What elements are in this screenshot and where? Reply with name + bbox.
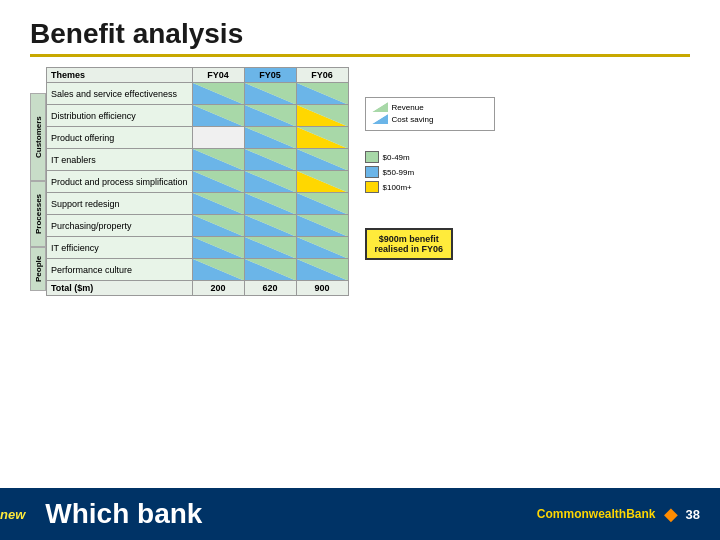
- col-fy04: FY04: [192, 68, 244, 83]
- size-high-rect: [365, 181, 379, 193]
- revenue-label: Revenue: [392, 103, 424, 112]
- table-row: Distribution efficiency: [47, 105, 349, 127]
- title-underline: [30, 54, 690, 57]
- benefit-table: Themes FY04 FY05 FY06 Sales and service …: [46, 67, 349, 296]
- logo-new: new: [0, 507, 25, 522]
- table-row: IT enablers: [47, 149, 349, 171]
- legend-box: Revenue Cost saving: [365, 97, 495, 131]
- benefit-callout: $900m benefitrealised in FY06: [365, 228, 454, 260]
- callout-text: $900m benefitrealised in FY06: [375, 234, 444, 254]
- size-low-label: $0-49m: [383, 153, 410, 162]
- revenue-legend: Revenue: [372, 102, 488, 112]
- size-med-label: $50-99m: [383, 168, 415, 177]
- revenue-icon: [372, 102, 388, 112]
- size-med-rect: [365, 166, 379, 178]
- size-legend: $0-49m $50-99m $100m+: [365, 151, 495, 196]
- commonwealth-text: CommonwealthBank: [537, 507, 656, 521]
- size-med: $50-99m: [365, 166, 495, 178]
- size-high-label: $100m+: [383, 183, 412, 192]
- table-row: Product and process simplification: [47, 171, 349, 193]
- table-row: Performance culture: [47, 259, 349, 281]
- callout-area: $900m benefitrealised in FY06: [365, 224, 495, 260]
- col-themes: Themes: [47, 68, 193, 83]
- size-low-rect: [365, 151, 379, 163]
- benefit-table-wrapper: Customers Processes People Themes FY04 F…: [30, 67, 349, 296]
- table-row: Support redesign: [47, 193, 349, 215]
- bottom-bar: new Which bank CommonwealthBank ◆ 38: [0, 488, 720, 540]
- col-fy05: FY05: [244, 68, 296, 83]
- table-row: Sales and service effectiveness: [47, 83, 349, 105]
- group-people: People: [30, 247, 46, 291]
- bottom-right: CommonwealthBank ◆ 38: [537, 503, 700, 525]
- table-row: Product offering: [47, 127, 349, 149]
- logo-text: Which bank: [45, 498, 202, 530]
- table-row: IT efficiency: [47, 237, 349, 259]
- right-panel: Revenue Cost saving $0-49m $50-99m $100m: [365, 67, 495, 296]
- col-fy06: FY06: [296, 68, 348, 83]
- table-row: Purchasing/property: [47, 215, 349, 237]
- size-high: $100m+: [365, 181, 495, 193]
- cost-saving-legend: Cost saving: [372, 114, 488, 124]
- page-title: Benefit analysis: [0, 0, 720, 54]
- cost-saving-icon: [372, 114, 388, 124]
- cost-saving-label: Cost saving: [392, 115, 434, 124]
- total-row: Total ($m)200620900: [47, 281, 349, 296]
- size-low: $0-49m: [365, 151, 495, 163]
- group-processes: Processes: [30, 181, 46, 247]
- diamond-icon: ◆: [664, 503, 678, 525]
- group-customers: Customers: [30, 93, 46, 181]
- logo-area: new Which bank: [20, 498, 202, 530]
- page-number: 38: [686, 507, 700, 522]
- group-labels: Customers Processes People: [30, 93, 46, 296]
